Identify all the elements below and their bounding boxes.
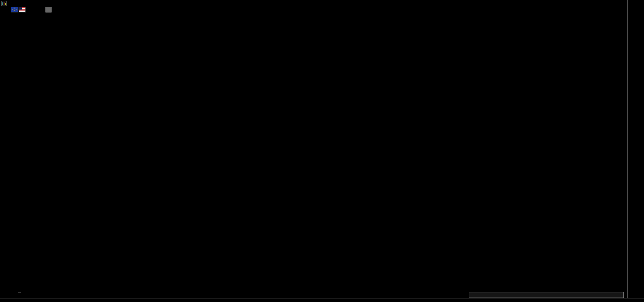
object-tooltip: [469, 292, 624, 298]
price-axis-border[interactable]: [627, 0, 627, 298]
chart-bottom-border: [0, 291, 644, 291]
drawing-objects-layer[interactable]: [0, 0, 627, 291]
trading-chart-window: [0, 0, 644, 302]
time-axis-border: [0, 298, 644, 298]
timezone-label: [18, 292, 21, 293]
